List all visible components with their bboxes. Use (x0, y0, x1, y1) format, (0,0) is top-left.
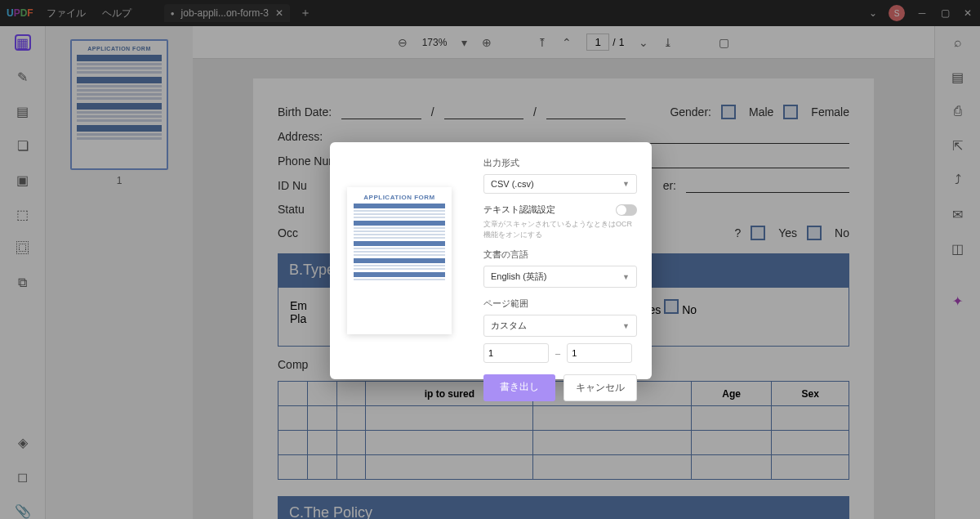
page-range-select[interactable]: カスタム▼ (483, 315, 637, 337)
export-preview: APPLICATION FORM (330, 142, 469, 379)
export-modal: APPLICATION FORM 出力形式 CSV (.csv)▼ テキスト認識… (330, 142, 652, 379)
chevron-down-icon: ▼ (622, 273, 630, 281)
ocr-hint: 文章がスキャンされているようなときはOCR機能をオンにする (483, 219, 637, 240)
ocr-toggle[interactable] (616, 204, 637, 216)
range-to-input[interactable] (567, 343, 632, 363)
chevron-down-icon: ▼ (622, 180, 630, 188)
output-format-select[interactable]: CSV (.csv)▼ (483, 174, 637, 194)
chevron-down-icon: ▼ (622, 322, 630, 330)
output-format-label: 出力形式 (483, 157, 637, 169)
cancel-button[interactable]: キャンセル (564, 374, 637, 401)
language-select[interactable]: English (英語)▼ (483, 266, 637, 288)
language-label: 文書の言語 (483, 248, 637, 261)
ocr-label: テキスト認識設定 (483, 204, 555, 216)
page-range-label: ページ範囲 (483, 298, 637, 310)
range-from-input[interactable] (483, 343, 549, 363)
export-button[interactable]: 書き出し (483, 374, 555, 401)
